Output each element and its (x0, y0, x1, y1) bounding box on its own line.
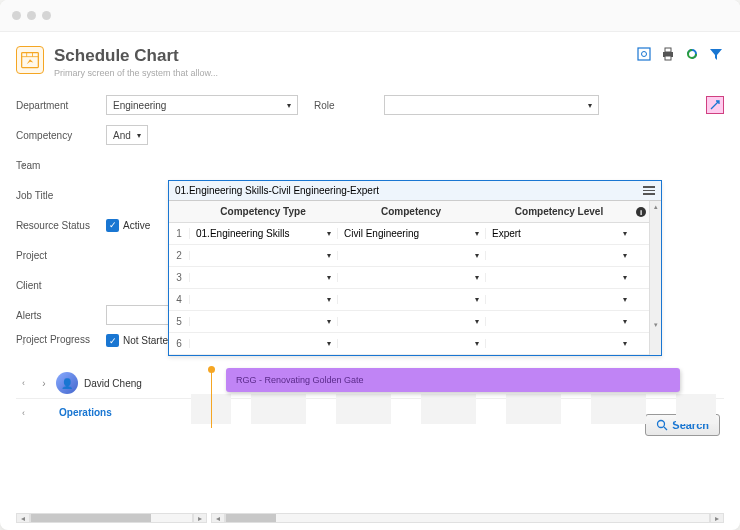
level-cell[interactable] (485, 295, 633, 304)
comp-cell[interactable] (337, 317, 485, 326)
chevron-down-icon (475, 251, 479, 260)
scroll-left-arrow[interactable]: ◂ (211, 513, 225, 523)
group-label: Operations (31, 407, 196, 418)
chevron-down-icon (327, 251, 331, 260)
preview-icon[interactable] (636, 46, 652, 62)
chevron-down-icon (475, 295, 479, 304)
competency-grid-row: 101.Engineering SkillsCivil EngineeringE… (169, 223, 649, 245)
header-level: Competency Level (485, 206, 633, 217)
competency-grid-row: 4 (169, 289, 649, 311)
competency-grid-row: 6 (169, 333, 649, 355)
collapse-icon[interactable]: ‹ (22, 160, 25, 170)
row-number: 2 (169, 250, 189, 261)
current-time-dot (208, 366, 215, 373)
chevron-down-icon (475, 273, 479, 282)
print-icon[interactable] (660, 46, 676, 62)
collapse-icon[interactable]: › (22, 280, 25, 290)
chevron-down-icon (327, 295, 331, 304)
project-label: Project (16, 250, 106, 261)
type-cell[interactable] (189, 273, 337, 282)
level-cell[interactable] (485, 273, 633, 282)
filter-icon[interactable] (708, 46, 724, 62)
comp-cell[interactable] (337, 251, 485, 260)
chevron-down-icon (287, 101, 291, 110)
app-icon (16, 46, 44, 74)
task-bar[interactable]: RGG - Renovating Golden Gate (226, 368, 680, 392)
competency-grid-header: Competency Type Competency Competency Le… (169, 201, 649, 223)
refresh-icon[interactable] (684, 46, 700, 62)
window-dot (42, 11, 51, 20)
comp-cell[interactable]: Civil Engineering (337, 228, 485, 239)
chevron-down-icon (475, 317, 479, 326)
collapse-icon[interactable]: ‹ (22, 408, 25, 418)
type-cell[interactable] (189, 295, 337, 304)
chevron-down-icon (623, 339, 627, 348)
hamburger-icon[interactable] (643, 186, 655, 195)
alerts-label: Alerts (16, 310, 106, 321)
type-cell[interactable]: 01.Engineering Skills (189, 228, 337, 239)
svg-rect-8 (665, 56, 671, 60)
row-number: 6 (169, 338, 189, 349)
svg-point-5 (642, 52, 647, 57)
resource-name: David Cheng (84, 378, 142, 389)
comp-cell[interactable] (337, 295, 485, 304)
header-type: Competency Type (189, 206, 337, 217)
type-cell[interactable] (189, 317, 337, 326)
row-number: 3 (169, 272, 189, 283)
comp-cell[interactable] (337, 273, 485, 282)
scroll-track-left[interactable] (30, 513, 193, 523)
chevron-down-icon (623, 229, 627, 238)
active-checkbox[interactable]: ✓ Active (106, 219, 150, 232)
scroll-right-arrow[interactable]: ▸ (193, 513, 207, 523)
level-cell[interactable] (485, 317, 633, 326)
department-select[interactable]: Engineering (106, 95, 298, 115)
level-cell[interactable]: Expert (485, 228, 633, 239)
competency-label: Competency (16, 130, 106, 141)
task-label: RGG - Renovating Golden Gate (236, 375, 364, 385)
chevron-down-icon (623, 317, 627, 326)
header-comp: Competency (337, 206, 485, 217)
active-label: Active (123, 220, 150, 231)
vertical-scrollbar[interactable]: ▴ ▾ (649, 201, 661, 355)
competency-logic-value: And (113, 130, 131, 141)
department-value: Engineering (113, 100, 166, 111)
progress-not-started-checkbox[interactable]: ✓Not Started (106, 334, 174, 347)
page-title: Schedule Chart (54, 46, 218, 66)
role-config-icon[interactable] (706, 96, 724, 114)
competency-selected-value: 01.Engineering Skills-Civil Engineering-… (175, 185, 379, 196)
horizontal-scrollbar-container: ◂ ▸ ◂ ▸ (16, 512, 724, 524)
role-label: Role (314, 100, 368, 111)
competency-popup: 01.Engineering Skills-Civil Engineering-… (168, 180, 662, 356)
level-cell[interactable] (485, 251, 633, 260)
scroll-track-right[interactable] (225, 513, 710, 523)
chevron-down-icon (623, 251, 627, 260)
type-cell[interactable] (189, 251, 337, 260)
competency-grid-row: 5 (169, 311, 649, 333)
window-titlebar (0, 0, 740, 32)
competency-grid-row: 3 (169, 267, 649, 289)
row-number: 1 (169, 228, 189, 239)
scroll-right-arrow[interactable]: ▸ (710, 513, 724, 523)
chevron-down-icon (327, 339, 331, 348)
competency-grid-row: 2 (169, 245, 649, 267)
competency-input-row[interactable]: 01.Engineering Skills-Civil Engineering-… (169, 181, 661, 201)
collapse-icon[interactable]: ‹ (22, 220, 25, 230)
chevron-down-icon (327, 229, 331, 238)
scroll-left-arrow[interactable]: ◂ (16, 513, 30, 523)
department-label: Department (16, 100, 106, 111)
resource-status-label: Resource Status (16, 220, 106, 231)
collapse-icon[interactable]: › (22, 338, 25, 348)
expand-chevron-icon[interactable]: › (38, 377, 50, 389)
type-cell[interactable] (189, 339, 337, 348)
current-time-marker (211, 368, 212, 428)
chevron-down-icon (137, 131, 141, 140)
avatar: 👤 (56, 372, 78, 394)
competency-logic-select[interactable]: And (106, 125, 148, 145)
collapse-icon[interactable]: ‹ (22, 378, 25, 388)
chevron-down-icon (475, 339, 479, 348)
role-select[interactable] (384, 95, 599, 115)
comp-cell[interactable] (337, 339, 485, 348)
info-icon[interactable]: i (633, 206, 649, 218)
window-dot (27, 11, 36, 20)
level-cell[interactable] (485, 339, 633, 348)
